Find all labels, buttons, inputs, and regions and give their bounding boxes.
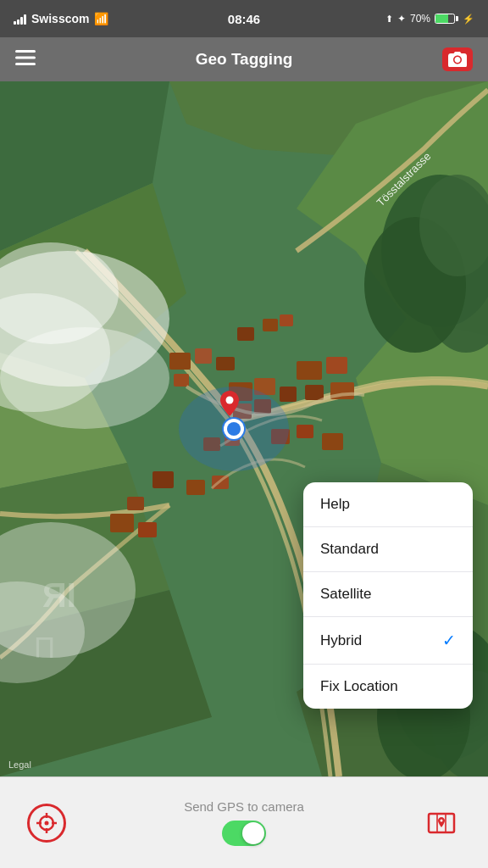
svg-rect-33 xyxy=(280,314,293,326)
carrier-label: Swisscom xyxy=(31,12,89,25)
location-dot-inner xyxy=(227,422,241,436)
gps-center: Send GPS to camera xyxy=(184,799,304,846)
status-right: ⬆ ✦ 70% ⚡ xyxy=(385,13,474,25)
map-settings-button[interactable] xyxy=(422,804,461,843)
svg-rect-40 xyxy=(138,522,157,537)
dropdown-item-standard[interactable]: Standard xyxy=(303,527,473,572)
svg-rect-37 xyxy=(152,471,174,488)
dropdown-label-standard: Standard xyxy=(320,541,379,558)
battery-icon xyxy=(435,14,458,24)
svg-rect-14 xyxy=(169,353,191,370)
toggle-thumb xyxy=(242,822,264,844)
svg-rect-39 xyxy=(110,514,134,532)
location-arrow-icon: ⬆ xyxy=(385,14,393,25)
location-dot xyxy=(224,419,244,439)
svg-point-56 xyxy=(226,397,234,404)
svg-point-66 xyxy=(441,819,443,821)
svg-rect-30 xyxy=(297,425,313,438)
nav-bar: Geo Tagging xyxy=(0,37,488,81)
map-area[interactable]: Tösstalstrasse xyxy=(0,81,488,776)
battery-pct-label: 70% xyxy=(410,13,430,25)
svg-rect-31 xyxy=(322,433,343,450)
signal-bars-icon xyxy=(14,13,26,25)
dropdown-item-help[interactable]: Help xyxy=(303,482,473,527)
nav-title: Geo Tagging xyxy=(196,50,293,69)
svg-rect-35 xyxy=(186,480,205,495)
svg-rect-23 xyxy=(297,361,322,380)
svg-rect-0 xyxy=(15,50,36,53)
svg-rect-20 xyxy=(280,387,297,402)
svg-text:П: П xyxy=(34,631,55,664)
gps-toggle[interactable] xyxy=(222,821,266,846)
wifi-icon: 📶 xyxy=(94,12,108,25)
dropdown-label-help: Help xyxy=(320,496,350,513)
dropdown-label-fix-location: Fix Location xyxy=(320,678,398,695)
svg-point-62 xyxy=(45,821,49,825)
svg-text:ЯI: ЯI xyxy=(42,576,76,614)
svg-rect-17 xyxy=(174,374,189,387)
legal-label: Legal xyxy=(8,760,31,770)
status-bar: Swisscom 📶 08:46 ⬆ ✦ 70% ⚡ xyxy=(0,0,488,37)
svg-rect-15 xyxy=(195,348,212,364)
dropdown-label-satellite: Satellite xyxy=(320,586,371,603)
svg-point-43 xyxy=(0,327,169,429)
charging-icon: ⚡ xyxy=(463,14,474,25)
dropdown-label-hybrid: Hybrid xyxy=(320,632,362,649)
bottom-bar: Send GPS to camera xyxy=(0,776,488,868)
crosshair-button[interactable] xyxy=(27,804,66,843)
svg-rect-16 xyxy=(216,357,235,370)
dropdown-menu: Help Standard Satellite Hybrid ✓ Fix Loc… xyxy=(303,482,473,709)
menu-icon[interactable] xyxy=(15,48,36,70)
location-pin xyxy=(220,391,239,416)
bluetooth-icon: ✦ xyxy=(397,13,406,25)
camera-button[interactable] xyxy=(442,47,473,71)
svg-rect-2 xyxy=(15,63,36,65)
status-time: 08:46 xyxy=(228,12,260,26)
gps-label: Send GPS to camera xyxy=(184,799,304,814)
hybrid-checkmark-icon: ✓ xyxy=(442,631,456,650)
dropdown-item-fix-location[interactable]: Fix Location xyxy=(303,665,473,709)
svg-rect-34 xyxy=(237,327,254,341)
dropdown-item-hybrid[interactable]: Hybrid ✓ xyxy=(303,617,473,665)
svg-rect-38 xyxy=(127,497,144,510)
svg-rect-25 xyxy=(305,385,324,400)
svg-rect-32 xyxy=(263,319,278,331)
svg-rect-24 xyxy=(326,357,347,374)
svg-rect-1 xyxy=(15,57,36,59)
dropdown-item-satellite[interactable]: Satellite xyxy=(303,572,473,617)
status-left: Swisscom 📶 xyxy=(14,12,108,25)
